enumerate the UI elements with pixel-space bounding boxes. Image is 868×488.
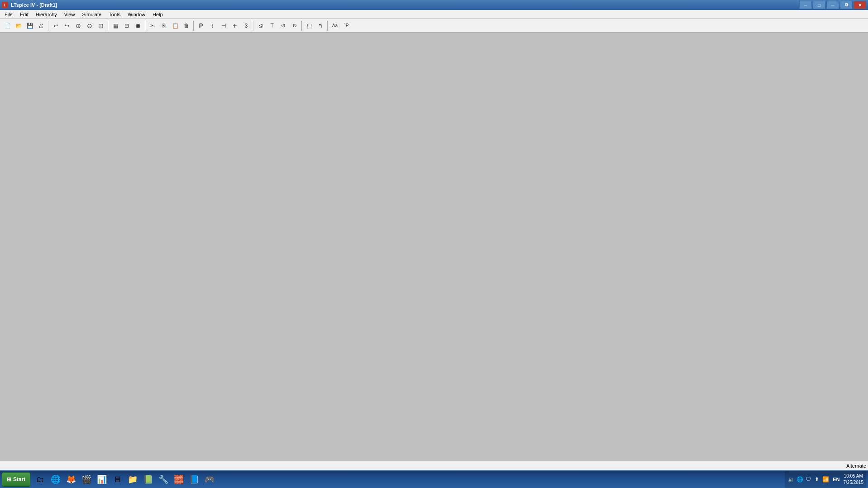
toolbar-btn-wire[interactable]: ⊴ (255, 20, 266, 31)
toolbar-btn-spice-directive[interactable]: °P (341, 20, 352, 31)
toolbar-btn-open[interactable]: 📂 (13, 20, 24, 31)
toolbar-btn-mirror[interactable]: ⬚ (304, 20, 315, 31)
toolbar-separator (327, 21, 328, 31)
taskbar-app-cmd1[interactable]: 📊 (95, 472, 109, 487)
taskbar-app-media[interactable]: 🎬 (79, 472, 94, 487)
title-bar: L LTspice IV - [Draft1] ─ □ ─ ⧉ ✕ (0, 0, 868, 10)
title-bar-left: L LTspice IV - [Draft1] (2, 2, 57, 8)
main-canvas[interactable] (0, 33, 868, 461)
restore-button[interactable]: ⧉ (840, 1, 853, 9)
toolbar-btn-save[interactable]: 💾 (24, 20, 35, 31)
toolbar-btn-paste[interactable]: 📋 (170, 20, 181, 31)
tray-icon-0[interactable]: 🔉 (787, 476, 795, 483)
menu-bar: FileEditHierarchyViewSimulateToolsWindow… (0, 10, 868, 19)
start-label: Start (13, 476, 25, 483)
tray-icon-3[interactable]: ⬆ (813, 476, 820, 483)
tray-icon-2[interactable]: 🛡 (805, 476, 812, 483)
toolbar-separator (193, 21, 194, 31)
menu-item-window[interactable]: Window (124, 10, 149, 19)
minimize-button[interactable]: ─ (826, 1, 839, 9)
taskbar-tray: 🔉🌐🛡⬆📶 EN 10:05 AM 7/25/2015 (785, 471, 866, 488)
taskbar-app-steam[interactable]: 🎮 (202, 472, 217, 487)
toolbar-separator (108, 21, 109, 31)
toolbar-btn-zoom-in[interactable]: ⊕ (73, 20, 84, 31)
menu-item-view[interactable]: View (61, 10, 79, 19)
title-bar-buttons: ─ □ ─ ⧉ ✕ (799, 1, 866, 9)
menu-item-simulate[interactable]: Simulate (78, 10, 105, 19)
tray-time-text: 10:05 AM (844, 473, 864, 479)
taskbar-app-explorer[interactable]: 🗂 (33, 472, 48, 487)
toolbar-btn-capacitor[interactable]: ⊣ (218, 20, 229, 31)
toolbar-separator (253, 21, 254, 31)
tray-icon-4[interactable]: 📶 (822, 476, 829, 483)
toolbar-btn-print[interactable]: 🖨 (36, 20, 47, 31)
toolbar-btn-zoom-out[interactable]: ⊖ (84, 20, 95, 31)
taskbar-app-cmd2[interactable]: 🖥 (110, 472, 124, 487)
taskbar-app-app3[interactable]: 🧱 (172, 472, 186, 487)
toolbar-separator (145, 21, 146, 31)
taskbar-app-app2[interactable]: 🔧 (156, 472, 171, 487)
window-title: LTspice IV - [Draft1] (11, 2, 57, 8)
menu-item-edit[interactable]: Edit (16, 10, 32, 19)
toolbar-btn-undo[interactable]: ↺ (278, 20, 289, 31)
toolbar-btn-ground[interactable]: ⟙ (267, 20, 277, 31)
toolbar-btn-netlist-view[interactable]: ≣ (133, 20, 143, 31)
toolbar-btn-redo[interactable]: ↪ (62, 20, 72, 31)
menu-item-hierarchy[interactable]: Hierarchy (32, 10, 61, 19)
app-icon: L (2, 2, 8, 8)
menu-item-help[interactable]: Help (149, 10, 167, 19)
toolbar-separator (301, 21, 302, 31)
toolbar-btn-zoom-fit[interactable]: ⊡ (95, 20, 106, 31)
taskbar-app-firefox[interactable]: 🦊 (64, 472, 78, 487)
status-bar: Alternate (0, 461, 868, 470)
language-indicator: EN (831, 477, 841, 482)
toolbar-btn-new[interactable]: 📄 (2, 20, 13, 31)
toolbar-btn-redo[interactable]: ↻ (289, 20, 300, 31)
toolbar-btn-place-component[interactable]: P (196, 20, 206, 31)
toolbar-btn-symbol-view[interactable]: ⊟ (121, 20, 132, 31)
toolbar-btn-label[interactable]: 3 (241, 20, 252, 31)
toolbar-btn-cut[interactable]: ✂ (147, 20, 158, 31)
taskbar: ⊞ Start 🗂🌐🦊🎬📊🖥📁📗🔧🧱📘🎮 🔉🌐🛡⬆📶 EN 10:05 AM 7… (0, 470, 868, 488)
close-button[interactable]: ✕ (854, 1, 866, 9)
taskbar-app-app4[interactable]: 📘 (187, 472, 201, 487)
tray-date-text: 7/25/2015 (844, 479, 864, 486)
toolbar-btn-text[interactable]: Aa (329, 20, 340, 31)
tray-icons: 🔉🌐🛡⬆📶 (787, 476, 829, 483)
taskbar-app-cmd3[interactable]: 📁 (125, 472, 140, 487)
toolbar-btn-delete[interactable]: 🗑 (181, 20, 192, 31)
menu-item-tools[interactable]: Tools (105, 10, 124, 19)
taskbar-items: 🗂🌐🦊🎬📊🖥📁📗🔧🧱📘🎮 (33, 472, 785, 487)
child-minimize-button[interactable]: ─ (799, 1, 812, 9)
toolbar-separator (48, 21, 49, 31)
toolbar-btn-rotate[interactable]: ↰ (315, 20, 326, 31)
toolbar-btn-resistor[interactable]: ⌇ (207, 20, 218, 31)
toolbar: 📄📂💾🖨↩↪⊕⊖⊡▦⊟≣✂⎘📋🗑P⌇⊣+3⊴⟙↺↻⬚↰Aa°P (0, 19, 868, 33)
taskbar-app-app1[interactable]: 📗 (141, 472, 155, 487)
child-maximize-button[interactable]: □ (813, 1, 825, 9)
tray-clock: 10:05 AM 7/25/2015 (844, 473, 864, 486)
toolbar-btn-place[interactable]: + (229, 20, 240, 31)
taskbar-app-chrome[interactable]: 🌐 (48, 472, 63, 487)
toolbar-btn-undo[interactable]: ↩ (50, 20, 61, 31)
start-button[interactable]: ⊞ Start (2, 472, 30, 487)
tray-icon-1[interactable]: 🌐 (796, 476, 803, 483)
menu-item-file[interactable]: File (1, 10, 16, 19)
status-text: Alternate (846, 463, 866, 469)
toolbar-btn-schematic-view[interactable]: ▦ (110, 20, 121, 31)
toolbar-btn-copy[interactable]: ⎘ (158, 20, 169, 31)
